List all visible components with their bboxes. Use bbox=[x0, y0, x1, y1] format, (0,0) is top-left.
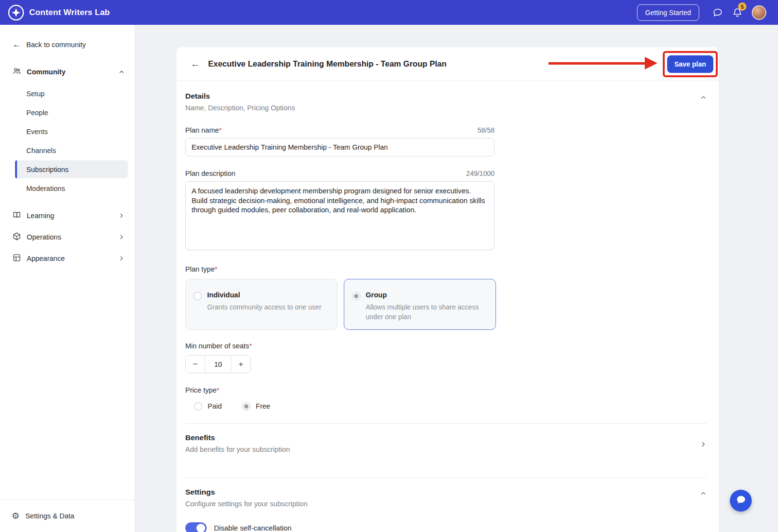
sidebar-item-operations[interactable]: Operations bbox=[0, 226, 135, 248]
details-collapse-chevron-up-icon[interactable] bbox=[700, 92, 707, 101]
settings-collapse-chevron-up-icon[interactable] bbox=[700, 488, 707, 497]
sidebar-item-channels[interactable]: Channels bbox=[15, 141, 128, 159]
required-marker: * bbox=[214, 265, 217, 273]
save-plan-button[interactable]: Save plan bbox=[667, 55, 713, 73]
required-marker: * bbox=[249, 342, 252, 350]
plan-description-counter: 249/1000 bbox=[466, 170, 495, 177]
back-arrow-icon: ← bbox=[13, 40, 21, 49]
back-to-community-link[interactable]: ← Back to community bbox=[0, 25, 135, 61]
operations-icon bbox=[12, 232, 21, 242]
min-seats-value: 10 bbox=[205, 356, 231, 373]
learning-icon bbox=[12, 210, 21, 221]
top-navbar: Content Writers Lab Getting Started 5 bbox=[0, 0, 778, 25]
settings-subheading: Configure settings for your subscription bbox=[185, 500, 307, 508]
self-cancellation-row: Disable self-cancellation bbox=[185, 522, 707, 532]
app-logo-icon bbox=[8, 4, 24, 21]
radio-unchecked-icon[interactable] bbox=[194, 292, 202, 300]
annotation-arrow bbox=[548, 62, 647, 65]
sidebar-item-events[interactable]: Events bbox=[15, 122, 128, 140]
appearance-label: Appearance bbox=[27, 255, 65, 262]
price-type-paid-option[interactable]: Paid bbox=[194, 401, 222, 411]
price-type-label: Price type* bbox=[185, 386, 219, 394]
notifications-bell-icon[interactable]: 5 bbox=[732, 7, 743, 17]
plan-name-label: Plan name* bbox=[185, 126, 222, 134]
group-title: Group bbox=[366, 291, 488, 299]
details-section-header: Details Name, Description, Pricing Optio… bbox=[185, 92, 707, 112]
notification-badge: 5 bbox=[738, 2, 746, 11]
user-avatar[interactable] bbox=[752, 5, 766, 20]
price-type-field: Price type* Paid Free bbox=[185, 386, 707, 411]
main-content: ← Executive Leadership Training Membersh… bbox=[135, 25, 778, 532]
required-marker: * bbox=[219, 126, 222, 134]
sidebar: ← Back to community Community Setup Peop… bbox=[0, 25, 135, 532]
plus-icon[interactable]: + bbox=[231, 356, 250, 373]
benefits-subheading: Add benefits for your subscription bbox=[185, 446, 290, 453]
annotation-arrow-head bbox=[645, 57, 657, 69]
sidebar-item-people[interactable]: People bbox=[15, 103, 128, 121]
settings-section-header: Settings Configure settings for your sub… bbox=[185, 488, 707, 508]
free-label: Free bbox=[256, 402, 270, 410]
details-heading: Details bbox=[185, 92, 295, 101]
chevron-right-icon[interactable] bbox=[118, 255, 125, 262]
radio-unchecked-icon[interactable] bbox=[194, 402, 202, 411]
settings-section: Settings Configure settings for your sub… bbox=[185, 478, 707, 532]
community-icon bbox=[12, 67, 21, 77]
required-marker: * bbox=[216, 386, 219, 394]
individual-description: Grants community access to one user bbox=[207, 303, 321, 312]
plan-description-label: Plan description bbox=[185, 170, 235, 177]
getting-started-button[interactable]: Getting Started bbox=[637, 4, 699, 21]
sidebar-footer: ⚙ Settings & Data bbox=[0, 499, 135, 532]
disable-self-cancellation-toggle[interactable] bbox=[185, 522, 207, 532]
brand-area: Content Writers Lab bbox=[8, 4, 110, 21]
messages-icon[interactable] bbox=[712, 7, 723, 18]
individual-title: Individual bbox=[207, 291, 321, 299]
plan-editor-card: ← Executive Leadership Training Membersh… bbox=[177, 47, 719, 532]
paid-label: Paid bbox=[208, 402, 222, 410]
chevron-right-icon[interactable] bbox=[118, 234, 125, 240]
benefits-heading: Benefits bbox=[185, 433, 290, 442]
plan-name-field: Plan name* 58/58 bbox=[185, 126, 707, 156]
learning-label: Learning bbox=[27, 212, 54, 220]
community-label: Community bbox=[27, 68, 66, 76]
benefits-expand-chevron-right-icon[interactable] bbox=[700, 439, 707, 448]
sidebar-item-settings-data[interactable]: ⚙ Settings & Data bbox=[12, 512, 123, 520]
settings-data-label: Settings & Data bbox=[25, 512, 74, 520]
sidebar-item-subscriptions[interactable]: Subscriptions bbox=[15, 160, 128, 178]
plan-type-field: Plan type* Individual Grants community a… bbox=[185, 265, 707, 330]
group-description: Allows multiple users to share access un… bbox=[366, 303, 488, 322]
sidebar-item-moderations[interactable]: Moderations bbox=[15, 179, 128, 197]
details-subheading: Name, Description, Pricing Options bbox=[185, 104, 295, 112]
min-seats-field: Min number of seats* − 10 + bbox=[185, 342, 707, 373]
chat-widget-button[interactable] bbox=[730, 490, 752, 512]
sidebar-item-setup[interactable]: Setup bbox=[15, 85, 128, 103]
settings-heading: Settings bbox=[185, 488, 307, 497]
operations-label: Operations bbox=[27, 233, 61, 241]
plan-name-counter: 58/58 bbox=[477, 126, 495, 134]
price-type-free-option[interactable]: Free bbox=[242, 401, 270, 411]
plan-type-group-option[interactable]: Group Allows multiple users to share acc… bbox=[344, 279, 496, 330]
appearance-icon bbox=[12, 253, 21, 264]
chevron-up-icon[interactable] bbox=[118, 69, 125, 75]
chevron-right-icon[interactable] bbox=[118, 212, 125, 219]
sidebar-item-appearance[interactable]: Appearance bbox=[0, 248, 135, 269]
radio-checked-icon[interactable] bbox=[242, 402, 250, 411]
minus-icon[interactable]: − bbox=[186, 356, 205, 373]
gear-icon: ⚙ bbox=[12, 512, 19, 520]
radio-checked-icon[interactable] bbox=[352, 292, 360, 300]
page-title: Executive Leadership Training Membership… bbox=[208, 59, 446, 69]
plan-description-field: Plan description 249/1000 A focused lead… bbox=[185, 170, 707, 250]
community-sub-items: Setup People Events Channels Subscriptio… bbox=[0, 83, 135, 201]
brand-name: Content Writers Lab bbox=[29, 8, 110, 17]
plan-type-individual-option[interactable]: Individual Grants community access to on… bbox=[185, 279, 337, 330]
plan-description-textarea[interactable]: A focused leadership development members… bbox=[185, 181, 495, 250]
toggle-label: Disable self-cancellation bbox=[214, 524, 292, 532]
min-seats-label: Min number of seats* bbox=[185, 342, 252, 350]
chat-bubble-icon bbox=[736, 495, 746, 507]
back-icon[interactable]: ← bbox=[191, 59, 200, 69]
sidebar-item-learning[interactable]: Learning bbox=[0, 205, 135, 226]
benefits-section-header[interactable]: Benefits Add benefits for your subscript… bbox=[185, 423, 707, 465]
plan-name-input[interactable] bbox=[185, 138, 495, 156]
annotation-highlight-rect: Save plan bbox=[663, 51, 718, 77]
sidebar-item-community[interactable]: Community bbox=[0, 61, 135, 83]
min-seats-stepper: − 10 + bbox=[185, 355, 251, 373]
